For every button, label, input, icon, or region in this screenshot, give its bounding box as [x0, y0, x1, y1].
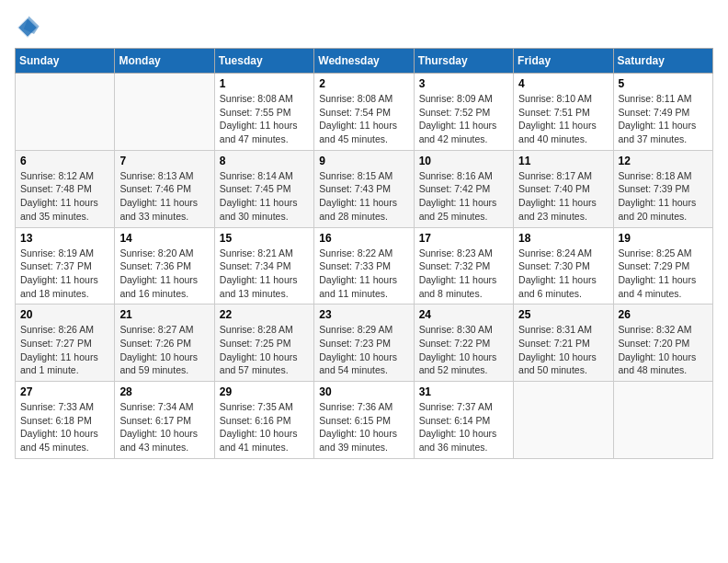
day-info: Sunrise: 8:14 AMSunset: 7:45 PMDaylight:…	[220, 169, 309, 224]
day-info: Sunrise: 7:35 AMSunset: 6:16 PMDaylight:…	[220, 400, 309, 454]
day-info: Sunrise: 8:08 AMSunset: 7:55 PMDaylight:…	[220, 92, 309, 146]
day-number: 3	[419, 77, 508, 90]
day-info: Sunrise: 8:22 AMSunset: 7:33 PMDaylight:…	[319, 247, 408, 301]
day-number: 24	[419, 308, 508, 321]
day-number: 30	[319, 385, 408, 398]
day-number: 6	[20, 155, 109, 167]
weekday-header-row: SundayMondayTuesdayWednesdayThursdayFrid…	[16, 49, 713, 74]
calendar-cell: 30 Sunrise: 7:36 AMSunset: 6:15 PMDaylig…	[314, 382, 414, 459]
calendar-cell: 25 Sunrise: 8:31 AMSunset: 7:21 PMDaylig…	[514, 304, 613, 382]
day-number: 23	[319, 308, 408, 321]
calendar-cell: 14 Sunrise: 8:20 AMSunset: 7:36 PMDaylig…	[115, 227, 214, 304]
day-info: Sunrise: 8:15 AMSunset: 7:43 PMDaylight:…	[319, 169, 408, 224]
weekday-header: Friday	[514, 49, 613, 74]
calendar-cell	[514, 382, 613, 459]
weekday-header: Saturday	[613, 49, 712, 74]
day-number: 22	[220, 308, 309, 321]
calendar-cell: 17 Sunrise: 8:23 AMSunset: 7:32 PMDaylig…	[414, 227, 513, 304]
day-info: Sunrise: 7:36 AMSunset: 6:15 PMDaylight:…	[319, 400, 408, 454]
calendar-cell: 28 Sunrise: 7:34 AMSunset: 6:17 PMDaylig…	[115, 382, 214, 459]
calendar-cell: 10 Sunrise: 8:16 AMSunset: 7:42 PMDaylig…	[414, 150, 513, 227]
day-number: 14	[119, 232, 209, 245]
calendar-cell	[16, 74, 115, 151]
calendar-cell: 23 Sunrise: 8:29 AMSunset: 7:23 PMDaylig…	[314, 304, 414, 382]
day-number: 15	[220, 232, 309, 245]
logo-icon	[15, 15, 40, 40]
day-number: 10	[419, 155, 508, 167]
calendar-cell: 22 Sunrise: 8:28 AMSunset: 7:25 PMDaylig…	[214, 304, 313, 382]
day-number: 29	[220, 385, 309, 398]
day-number: 20	[20, 308, 109, 321]
calendar-cell: 16 Sunrise: 8:22 AMSunset: 7:33 PMDaylig…	[314, 227, 414, 304]
day-number: 31	[419, 385, 508, 398]
day-info: Sunrise: 8:28 AMSunset: 7:25 PMDaylight:…	[220, 323, 309, 377]
calendar-cell: 13 Sunrise: 8:19 AMSunset: 7:37 PMDaylig…	[16, 227, 115, 304]
day-number: 21	[119, 308, 209, 321]
day-number: 7	[119, 155, 209, 167]
day-info: Sunrise: 8:27 AMSunset: 7:26 PMDaylight:…	[119, 323, 209, 377]
day-number: 9	[319, 155, 408, 167]
day-info: Sunrise: 8:12 AMSunset: 7:48 PMDaylight:…	[20, 169, 109, 224]
calendar-cell: 12 Sunrise: 8:18 AMSunset: 7:39 PMDaylig…	[613, 150, 712, 227]
day-number: 5	[619, 77, 708, 90]
logo	[15, 15, 44, 40]
calendar-cell: 24 Sunrise: 8:30 AMSunset: 7:22 PMDaylig…	[414, 304, 513, 382]
calendar-week-row: 27 Sunrise: 7:33 AMSunset: 6:18 PMDaylig…	[16, 382, 713, 459]
day-number: 19	[619, 232, 708, 245]
calendar-cell: 9 Sunrise: 8:15 AMSunset: 7:43 PMDayligh…	[314, 150, 414, 227]
calendar-cell	[613, 382, 712, 459]
day-number: 25	[518, 308, 608, 321]
calendar-cell: 31 Sunrise: 7:37 AMSunset: 6:14 PMDaylig…	[414, 382, 513, 459]
calendar-cell: 11 Sunrise: 8:17 AMSunset: 7:40 PMDaylig…	[514, 150, 613, 227]
day-info: Sunrise: 8:08 AMSunset: 7:54 PMDaylight:…	[319, 92, 408, 146]
day-number: 12	[619, 155, 708, 167]
day-number: 17	[419, 232, 508, 245]
day-info: Sunrise: 8:25 AMSunset: 7:29 PMDaylight:…	[619, 247, 708, 301]
calendar-cell: 15 Sunrise: 8:21 AMSunset: 7:34 PMDaylig…	[214, 227, 313, 304]
day-info: Sunrise: 8:20 AMSunset: 7:36 PMDaylight:…	[119, 247, 209, 301]
day-info: Sunrise: 7:34 AMSunset: 6:17 PMDaylight:…	[119, 400, 209, 454]
calendar-cell: 29 Sunrise: 7:35 AMSunset: 6:16 PMDaylig…	[214, 382, 313, 459]
day-number: 26	[619, 308, 708, 321]
day-info: Sunrise: 8:18 AMSunset: 7:39 PMDaylight:…	[619, 169, 708, 224]
calendar-cell: 1 Sunrise: 8:08 AMSunset: 7:55 PMDayligh…	[214, 74, 313, 151]
day-info: Sunrise: 8:09 AMSunset: 7:52 PMDaylight:…	[419, 92, 508, 146]
weekday-header: Sunday	[16, 49, 115, 74]
day-number: 11	[518, 155, 608, 167]
calendar-table: SundayMondayTuesdayWednesdayThursdayFrid…	[15, 48, 713, 459]
day-number: 13	[20, 232, 109, 245]
day-info: Sunrise: 8:10 AMSunset: 7:51 PMDaylight:…	[518, 92, 608, 146]
calendar-cell: 8 Sunrise: 8:14 AMSunset: 7:45 PMDayligh…	[214, 150, 313, 227]
calendar-week-row: 20 Sunrise: 8:26 AMSunset: 7:27 PMDaylig…	[16, 304, 713, 382]
day-info: Sunrise: 8:19 AMSunset: 7:37 PMDaylight:…	[20, 247, 109, 301]
day-number: 2	[319, 77, 408, 90]
day-number: 28	[119, 385, 209, 398]
day-number: 4	[518, 77, 608, 90]
calendar-cell: 3 Sunrise: 8:09 AMSunset: 7:52 PMDayligh…	[414, 74, 513, 151]
day-number: 8	[220, 155, 309, 167]
day-info: Sunrise: 7:33 AMSunset: 6:18 PMDaylight:…	[20, 400, 109, 454]
calendar-cell: 27 Sunrise: 7:33 AMSunset: 6:18 PMDaylig…	[16, 382, 115, 459]
calendar-cell: 6 Sunrise: 8:12 AMSunset: 7:48 PMDayligh…	[16, 150, 115, 227]
calendar-cell	[115, 74, 214, 151]
day-info: Sunrise: 8:29 AMSunset: 7:23 PMDaylight:…	[319, 323, 408, 377]
day-info: Sunrise: 8:17 AMSunset: 7:40 PMDaylight:…	[518, 169, 608, 224]
weekday-header: Thursday	[414, 49, 513, 74]
day-info: Sunrise: 8:16 AMSunset: 7:42 PMDaylight:…	[419, 169, 508, 224]
day-info: Sunrise: 8:31 AMSunset: 7:21 PMDaylight:…	[518, 323, 608, 377]
day-info: Sunrise: 8:13 AMSunset: 7:46 PMDaylight:…	[119, 169, 209, 224]
page-header	[15, 15, 713, 40]
day-number: 18	[518, 232, 608, 245]
day-info: Sunrise: 7:37 AMSunset: 6:14 PMDaylight:…	[419, 400, 508, 454]
day-info: Sunrise: 8:11 AMSunset: 7:49 PMDaylight:…	[619, 92, 708, 146]
day-number: 16	[319, 232, 408, 245]
calendar-cell: 18 Sunrise: 8:24 AMSunset: 7:30 PMDaylig…	[514, 227, 613, 304]
calendar-week-row: 1 Sunrise: 8:08 AMSunset: 7:55 PMDayligh…	[16, 74, 713, 151]
calendar-week-row: 6 Sunrise: 8:12 AMSunset: 7:48 PMDayligh…	[16, 150, 713, 227]
day-info: Sunrise: 8:21 AMSunset: 7:34 PMDaylight:…	[220, 247, 309, 301]
calendar-cell: 2 Sunrise: 8:08 AMSunset: 7:54 PMDayligh…	[314, 74, 414, 151]
day-info: Sunrise: 8:32 AMSunset: 7:20 PMDaylight:…	[619, 323, 708, 377]
calendar-cell: 7 Sunrise: 8:13 AMSunset: 7:46 PMDayligh…	[115, 150, 214, 227]
day-info: Sunrise: 8:30 AMSunset: 7:22 PMDaylight:…	[419, 323, 508, 377]
calendar-cell: 20 Sunrise: 8:26 AMSunset: 7:27 PMDaylig…	[16, 304, 115, 382]
